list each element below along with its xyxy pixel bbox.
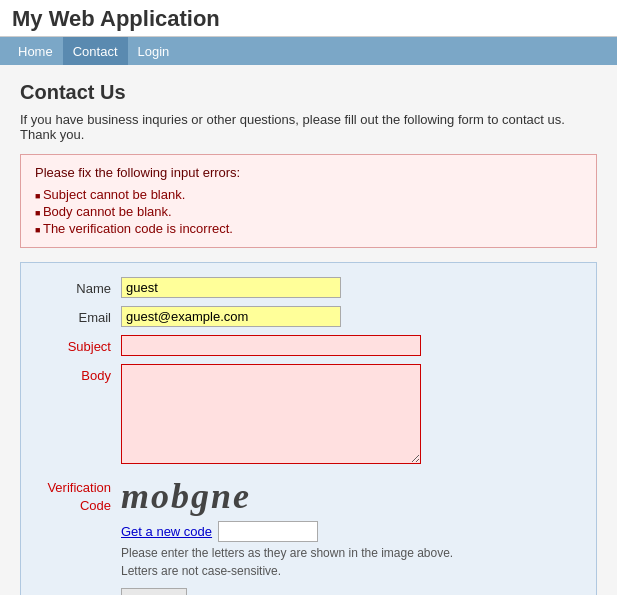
nav-contact[interactable]: Contact [63,37,128,65]
error-item: The verification code is incorrect. [35,220,582,237]
captcha-hint-2: Letters are not case-sensitive. [121,564,586,578]
contact-form: Name Email Subject Body [20,262,597,595]
subject-input-wrapper [121,335,586,356]
app-title: My Web Application [12,6,220,31]
intro-text: If you have business inquries or other q… [20,112,597,142]
subject-row: Subject [31,335,586,356]
captcha-image: mobgne [121,475,586,517]
verification-label: VerificationCode [31,475,121,515]
error-item: Body cannot be blank. [35,203,582,220]
submit-button[interactable]: Submit [121,588,187,595]
nav-home[interactable]: Home [8,37,63,65]
error-item: Subject cannot be blank. [35,186,582,203]
error-title: Please fix the following input errors: [35,165,582,180]
error-box: Please fix the following input errors: S… [20,154,597,248]
name-input-wrapper [121,277,586,298]
body-input[interactable] [121,364,421,464]
body-row: Body [31,364,586,467]
email-input-wrapper [121,306,586,327]
error-list: Subject cannot be blank. Body cannot be … [35,186,582,237]
subject-input[interactable] [121,335,421,356]
captcha-hint-1: Please enter the letters as they are sho… [121,546,586,560]
subject-label: Subject [31,335,121,354]
submit-row: Submit [31,588,586,595]
page-title: Contact Us [20,81,597,104]
name-row: Name [31,277,586,298]
email-row: Email [31,306,586,327]
verification-row: VerificationCode mobgne Get a new code P… [31,475,586,578]
verification-content: mobgne Get a new code Please enter the l… [121,475,586,578]
app-header: My Web Application [0,0,617,37]
captcha-input[interactable] [218,521,318,542]
main-content: Contact Us If you have business inquries… [0,65,617,595]
main-nav: Home Contact Login [0,37,617,65]
email-label: Email [31,306,121,325]
name-input[interactable] [121,277,341,298]
name-label: Name [31,277,121,296]
body-input-wrapper [121,364,586,467]
captcha-refresh-link[interactable]: Get a new code [121,524,212,539]
nav-login[interactable]: Login [128,37,180,65]
body-label: Body [31,364,121,383]
email-input[interactable] [121,306,341,327]
